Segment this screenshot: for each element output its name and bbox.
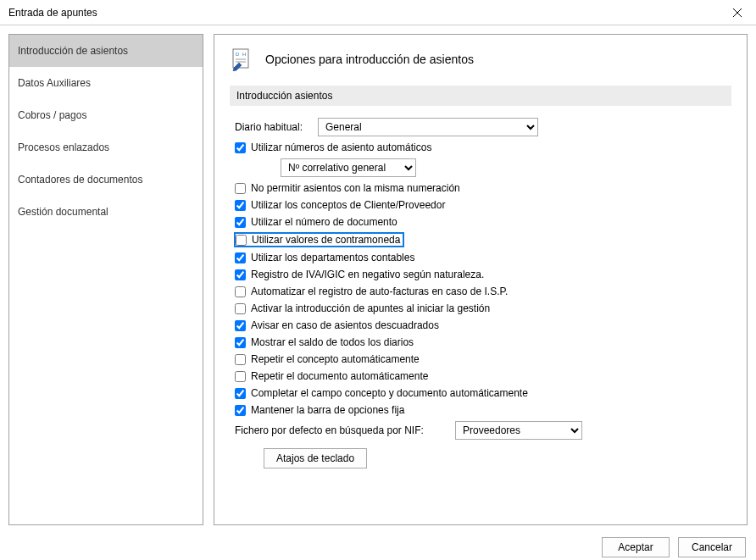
main-panel: D H Opciones para introducción de asient… [214, 34, 748, 525]
sidebar-item-introduccion[interactable]: Introducción de asientos [9, 35, 203, 67]
check-mostrar-saldo[interactable] [235, 337, 246, 348]
check-repetir-documento-label: Repetir el documento automáticamente [251, 370, 428, 382]
check-conceptos-cp-label: Utilizar los conceptos de Cliente/Provee… [251, 199, 445, 211]
diario-label: Diario habitual: [235, 121, 309, 133]
check-repetir-concepto-label: Repetir el concepto automáticamente [251, 353, 420, 365]
sidebar-item-label: Procesos enlazados [18, 141, 109, 153]
check-iva-igic[interactable] [235, 269, 246, 280]
check-activar-inicio[interactable] [235, 303, 246, 314]
dialog-footer: Aceptar Cancelar [0, 534, 756, 560]
diario-select[interactable]: General [318, 118, 538, 136]
check-mantener-barra[interactable] [235, 405, 246, 416]
window-title: Entrada de apuntes [8, 7, 97, 19]
check-departamentos-label: Utilizar los departamentos contables [251, 252, 414, 263]
section-header: Introducción asientos [230, 86, 731, 106]
sidebar: Introducción de asientos Datos Auxiliare… [8, 34, 203, 525]
svg-text:D: D [236, 52, 240, 57]
check-avisar-descuadrados-label: Avisar en caso de asientos descuadrados [251, 319, 439, 331]
check-departamentos[interactable] [235, 252, 246, 263]
sidebar-item-label: Datos Auxiliares [18, 77, 91, 89]
sidebar-item-label: Contadores de documentos [18, 174, 142, 186]
check-activar-inicio-label: Activar la introducción de apuntes al in… [251, 302, 490, 314]
check-auto-numeros-label: Utilizar números de asiento automáticos [251, 141, 431, 153]
check-num-documento-label: Utilizar el número de documento [251, 216, 397, 228]
close-icon [733, 8, 742, 17]
check-no-permitir-label: No permitir asientos con la misma numera… [251, 182, 460, 194]
check-completar-concepto[interactable] [235, 388, 246, 399]
sidebar-item-procesos-enlazados[interactable]: Procesos enlazados [9, 131, 203, 164]
check-iva-igic-label: Registro de IVA/IGIC en negativo según n… [251, 269, 484, 280]
page-title: Opciones para introducción de asientos [265, 53, 474, 66]
sidebar-item-label: Gestión documental [18, 206, 108, 218]
sidebar-item-label: Cobros / pagos [18, 109, 86, 121]
check-contramoneda[interactable] [236, 235, 247, 246]
sidebar-item-label: Introducción de asientos [18, 45, 128, 57]
check-avisar-descuadrados[interactable] [235, 320, 246, 331]
accept-button[interactable]: Aceptar [602, 537, 670, 557]
check-contramoneda-label: Utilizar valores de contramoneda [252, 234, 400, 246]
check-auto-numeros[interactable] [235, 142, 246, 153]
check-mostrar-saldo-label: Mostrar el saldo de todos los diarios [251, 336, 414, 348]
header-icon: D H [230, 47, 255, 72]
atajos-button[interactable]: Atajos de teclado [264, 448, 367, 469]
check-no-permitir[interactable] [235, 183, 246, 194]
close-button[interactable] [718, 0, 756, 25]
fichero-select[interactable]: Proveedores [455, 421, 582, 440]
check-conceptos-cp[interactable] [235, 200, 246, 211]
check-completar-concepto-label: Completar el campo concepto y documento … [251, 387, 528, 399]
check-num-documento[interactable] [235, 217, 246, 228]
sidebar-item-contadores-documentos[interactable]: Contadores de documentos [9, 164, 203, 196]
check-mantener-barra-label: Mantener la barra de opciones fija [251, 404, 404, 416]
sidebar-item-datos-auxiliares[interactable]: Datos Auxiliares [9, 67, 203, 99]
cancel-button[interactable]: Cancelar [678, 537, 746, 557]
check-autofacturas-label: Automatizar el registro de auto-facturas… [251, 286, 508, 297]
correlativo-select[interactable]: Nº correlativo general [281, 158, 416, 177]
check-repetir-documento[interactable] [235, 371, 246, 382]
svg-text:H: H [242, 52, 246, 57]
title-bar: Entrada de apuntes [0, 0, 756, 25]
sidebar-item-cobros-pagos[interactable]: Cobros / pagos [9, 99, 203, 131]
fichero-label: Fichero por defecto en búsqueda por NIF: [235, 424, 447, 436]
check-autofacturas[interactable] [235, 286, 246, 297]
sidebar-item-gestion-documental[interactable]: Gestión documental [9, 196, 203, 228]
check-repetir-concepto[interactable] [235, 354, 246, 365]
